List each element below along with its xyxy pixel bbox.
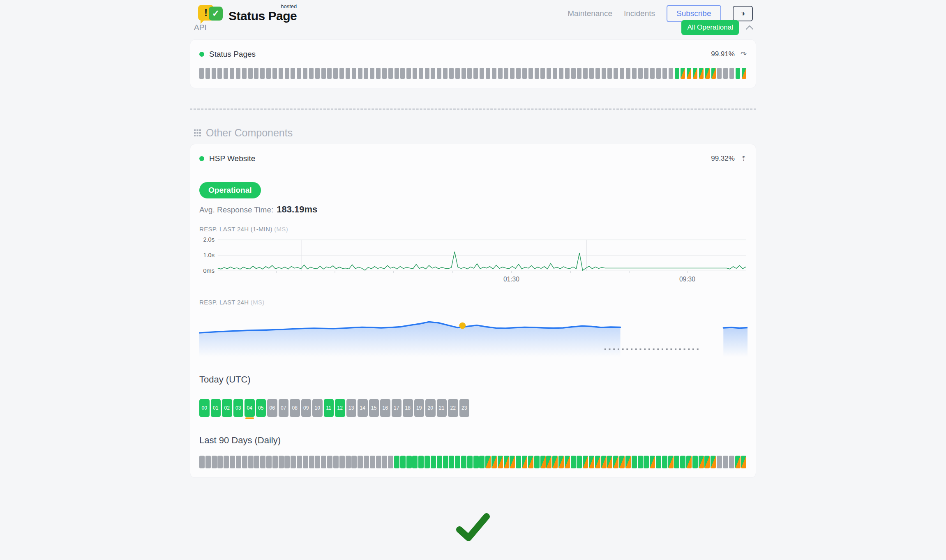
uptime-bar[interactable] (376, 456, 381, 468)
hour-block[interactable]: 04 (245, 399, 255, 417)
uptime-bar[interactable] (669, 68, 673, 79)
uptime-bar[interactable] (461, 456, 466, 468)
uptime-bar[interactable] (680, 456, 685, 468)
uptime-bar[interactable] (522, 456, 527, 468)
uptime-bar[interactable] (272, 68, 277, 79)
uptime-bar[interactable] (559, 68, 563, 79)
hour-block[interactable]: 14 (358, 399, 368, 417)
component-hsp-website[interactable]: HSP Website (199, 154, 255, 163)
uptime-bar[interactable] (370, 68, 374, 79)
uptime-bar[interactable] (364, 68, 368, 79)
uptime-bar[interactable] (723, 456, 728, 468)
uptime-bar[interactable] (254, 456, 259, 468)
uptime-bar[interactable] (205, 68, 210, 79)
hour-block[interactable]: 23 (459, 399, 470, 417)
uptime-bar[interactable] (437, 456, 442, 468)
uptime-bar[interactable] (333, 68, 338, 79)
uptime-bar[interactable] (425, 456, 430, 468)
hour-block[interactable]: 06 (267, 399, 277, 417)
uptime-bar[interactable] (412, 456, 418, 468)
uptime-bar[interactable] (346, 456, 351, 468)
uptime-bar[interactable] (558, 456, 564, 468)
uptime-bar[interactable] (205, 456, 211, 468)
uptime-bar[interactable] (528, 456, 533, 468)
uptime-bar[interactable] (668, 456, 674, 468)
uptime-bar[interactable] (736, 68, 740, 79)
uptime-bar[interactable] (644, 456, 649, 468)
uptime-bar[interactable] (704, 456, 710, 468)
hour-block[interactable]: 19 (414, 399, 425, 417)
hour-block[interactable]: 10 (312, 399, 323, 417)
uptime-bar[interactable] (199, 456, 205, 468)
component-status-pages[interactable]: Status Pages (199, 50, 256, 59)
uptime-bar[interactable] (692, 456, 698, 468)
uptime-bar[interactable] (315, 68, 320, 79)
uptime-bar[interactable] (656, 456, 661, 468)
uptime-bar[interactable] (418, 456, 424, 468)
uptime-bar[interactable] (583, 68, 588, 79)
uptime-bar[interactable] (480, 68, 484, 79)
uptime-bar[interactable] (717, 68, 722, 79)
uptime-bar[interactable] (431, 68, 435, 79)
uptime-bar[interactable] (565, 456, 570, 468)
uptime-bar[interactable] (717, 456, 722, 468)
uptime-bar[interactable] (675, 68, 679, 79)
uptime-bar[interactable] (346, 68, 350, 79)
uptime-bar[interactable] (492, 68, 496, 79)
uptime-bar[interactable] (687, 68, 691, 79)
uptime-bar[interactable] (662, 456, 667, 468)
uptime-bar[interactable] (650, 68, 655, 79)
uptime-bar[interactable] (327, 68, 332, 79)
uptime-bar[interactable] (498, 68, 503, 79)
uptime-bar[interactable] (358, 68, 362, 79)
uptime-bar[interactable] (485, 456, 491, 468)
uptime-bar[interactable] (552, 456, 558, 468)
subscribe-button[interactable]: Subscribe (667, 5, 721, 22)
uptime-bar[interactable] (242, 456, 247, 468)
uptime-bar[interactable] (589, 456, 594, 468)
uptime-bar[interactable] (449, 68, 454, 79)
uptime-bar[interactable] (540, 68, 545, 79)
uptime-bar[interactable] (583, 456, 588, 468)
uptime-bar[interactable] (504, 456, 509, 468)
hour-block[interactable]: 08 (290, 399, 300, 417)
hour-block[interactable]: 22 (448, 399, 458, 417)
uptime-bar[interactable] (400, 68, 405, 79)
uptime-bar[interactable] (601, 456, 607, 468)
uptime-bar[interactable] (212, 68, 216, 79)
hour-block[interactable]: 01 (211, 399, 221, 417)
uptime-bar[interactable] (528, 68, 533, 79)
hour-block[interactable]: 09 (301, 399, 311, 417)
uptime-bar[interactable] (352, 68, 356, 79)
uptime-bar[interactable] (473, 68, 478, 79)
hour-block[interactable]: 03 (233, 399, 244, 417)
response-chart-1min[interactable]: 2.0s1.0s0ms01:3009:30 (199, 236, 747, 287)
uptime-bar[interactable] (577, 456, 582, 468)
uptime-bar[interactable] (686, 456, 692, 468)
uptime-bar[interactable] (382, 68, 387, 79)
uptime-bar[interactable] (248, 456, 254, 468)
uptime-bar[interactable] (729, 456, 734, 468)
uptime-bar[interactable] (230, 456, 235, 468)
uptime-bar[interactable] (224, 456, 229, 468)
uptime-bar[interactable] (333, 456, 339, 468)
uptime-bar[interactable] (272, 456, 278, 468)
uptime-bar[interactable] (236, 68, 240, 79)
uptime-bar[interactable] (681, 68, 685, 79)
uptime-bar[interactable] (242, 68, 247, 79)
uptime-bar[interactable] (406, 456, 412, 468)
uptime-bar[interactable] (699, 456, 704, 468)
uptime-bar[interactable] (443, 68, 448, 79)
uptime-bar[interactable] (266, 456, 272, 468)
uptime-bar[interactable] (607, 68, 612, 79)
uptime-bar[interactable] (394, 456, 399, 468)
uptime-bar[interactable] (540, 456, 546, 468)
uptime-bar[interactable] (321, 456, 326, 468)
uptime-bar[interactable] (516, 68, 521, 79)
uptime-bar[interactable] (656, 68, 661, 79)
uptime-bar[interactable] (516, 456, 521, 468)
uptime-bar[interactable] (199, 68, 204, 79)
uptime-bar[interactable] (632, 456, 637, 468)
uptime-bar[interactable] (212, 456, 217, 468)
uptime-bar[interactable] (339, 456, 345, 468)
